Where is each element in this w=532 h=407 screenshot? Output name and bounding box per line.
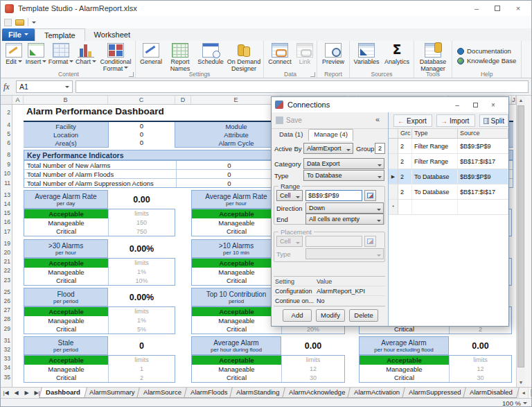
connection-row[interactable]: 2Filter Range$B$17:$I$17 <box>389 154 508 169</box>
sheet-tab-alarmfloods[interactable]: AlarmFloods <box>184 388 234 398</box>
row-header-8[interactable]: 8 <box>1 150 12 160</box>
grid-column-source[interactable]: Source <box>458 129 508 138</box>
modify-button[interactable]: Modify <box>316 309 345 322</box>
sheet-nav-previous-icon[interactable]: ◀ <box>11 388 21 398</box>
connection-row[interactable]: 2Filter Range$B$9:$P$9 <box>389 139 508 154</box>
column-header-B[interactable]: B <box>24 96 108 104</box>
direction-select[interactable]: Down <box>305 202 384 214</box>
group-input[interactable]: 2 <box>375 143 385 154</box>
grid-column-type[interactable]: Type <box>412 129 458 138</box>
row-header-17[interactable]: 17 <box>1 227 12 236</box>
row-header-16[interactable]: 16 <box>1 218 12 227</box>
save-icon[interactable] <box>4 19 12 26</box>
column-header-E[interactable]: E <box>191 96 281 104</box>
grid-column-group[interactable]: Grc <box>398 129 412 138</box>
row-header-26[interactable]: 26 <box>1 297 12 306</box>
general-button[interactable]: General <box>137 41 165 66</box>
knowledge-base-link[interactable]: Knowledge Base <box>454 57 520 64</box>
analytics-button[interactable]: Analytics <box>382 41 412 66</box>
v-scrollbar-thumb[interactable] <box>517 105 524 367</box>
column-header-C[interactable]: C <box>108 96 175 104</box>
column-header-D[interactable]: D <box>175 96 191 104</box>
horizontal-scrollbar[interactable]: ◂▸ <box>518 388 532 398</box>
row-header-5[interactable]: 5 <box>1 130 12 139</box>
sheet-tab-alarmsource[interactable]: AlarmSource <box>136 388 188 398</box>
row-header-32[interactable]: 32 <box>1 345 12 354</box>
edit-button[interactable]: Edit <box>3 41 24 66</box>
type-select[interactable]: To Database <box>303 170 384 181</box>
connections-dialog[interactable]: Connections – × Save « ←Export →Import S… <box>271 96 509 327</box>
split-button[interactable]: Split <box>479 114 508 127</box>
collapse-panel-icon[interactable]: « <box>375 115 380 123</box>
dialog-launcher-icon[interactable] <box>310 72 315 77</box>
row-header-15[interactable]: 15 <box>1 209 12 218</box>
delete-button[interactable]: Delete <box>349 309 378 322</box>
namebox-dropdown-icon[interactable] <box>65 86 69 90</box>
formula-input[interactable] <box>76 80 529 93</box>
dialog-maximize-button[interactable] <box>466 98 484 111</box>
row-header-22[interactable]: 22 <box>1 266 12 275</box>
cell-name-box[interactable]: A1 <box>16 80 73 93</box>
dialog-launcher-icon[interactable] <box>129 72 134 77</box>
select-all-corner[interactable] <box>1 96 12 104</box>
tab-data[interactable]: Data (1) <box>274 129 308 141</box>
documentation-link[interactable]: Documentation <box>454 47 520 55</box>
active-by-select[interactable]: AlarmExport <box>303 143 353 154</box>
row-header-14[interactable]: 14 <box>1 200 12 209</box>
sheet-tab-dashboard[interactable]: Dashboard <box>39 388 87 398</box>
maximize-button[interactable] <box>487 1 508 15</box>
import-button[interactable]: →Import <box>436 114 475 127</box>
minimize-button[interactable]: – <box>466 1 487 15</box>
sheet-tab-alarmstanding[interactable]: AlarmStanding <box>229 388 286 398</box>
row-header-29[interactable]: 29 <box>1 324 12 334</box>
tab-template[interactable]: Template <box>35 28 85 41</box>
on-demand-designer-button[interactable]: On Demand Designer <box>226 41 262 72</box>
export-button[interactable]: ←Export <box>393 114 432 127</box>
close-button[interactable]: × <box>508 1 529 15</box>
row-header-35[interactable]: 35 <box>1 372 12 382</box>
sheet-tab-alarmactivation[interactable]: AlarmActivation <box>347 388 407 398</box>
end-select[interactable]: All cells are empty <box>305 214 384 225</box>
row-header-4[interactable]: 4 <box>1 121 12 130</box>
row-header-23[interactable]: 23 <box>1 275 12 285</box>
filter-value[interactable]: 0 <box>109 130 175 139</box>
vertical-scrollbar[interactable]: ▲ ▼ <box>516 96 525 387</box>
variables-button[interactable]: Variables <box>351 41 382 66</box>
dialog-minimize-button[interactable]: – <box>448 98 466 111</box>
preview-button[interactable]: Preview <box>319 41 348 66</box>
row-header-33[interactable]: 33 <box>1 354 12 363</box>
row-header-13[interactable]: 13 <box>1 190 12 200</box>
row-header-20[interactable]: 20 <box>1 248 12 257</box>
h-scroll-left-icon[interactable]: ◂ <box>518 388 528 398</box>
row-header-31[interactable]: 31 <box>1 336 12 345</box>
column-header-A[interactable]: A <box>12 96 24 104</box>
filter-value[interactable]: 0 <box>109 122 175 130</box>
dialog-close-button[interactable]: × <box>484 98 502 111</box>
row-header-11[interactable]: 11 <box>1 178 12 188</box>
range-cell-select[interactable]: Cell <box>276 190 303 201</box>
sheet-nav-first-icon[interactable]: |◀ <box>1 388 11 398</box>
connect-button[interactable]: Connect <box>265 41 294 66</box>
row-header-6[interactable]: 6 <box>1 139 12 148</box>
category-select[interactable]: Data Export <box>303 158 384 169</box>
qat-customize-icon[interactable] <box>32 21 36 26</box>
sheet-nav-next-icon[interactable]: ▶ <box>21 388 32 398</box>
conditional-format-button[interactable]: Conditional Format <box>98 41 134 72</box>
sheet-tab-alarmacknowledge[interactable]: AlarmAcknowledge <box>282 388 352 398</box>
range-input[interactable]: $B$9:$P$9 <box>305 190 362 201</box>
tab-manage[interactable]: Manage (4) <box>308 129 353 141</box>
zoom-level[interactable]: 100 % <box>502 399 521 407</box>
scroll-up-icon[interactable]: ▲ <box>517 96 525 105</box>
row-header-25[interactable]: 25 <box>1 288 12 297</box>
filter-value[interactable]: 0 <box>109 139 175 147</box>
row-header-10[interactable]: 10 <box>1 169 12 178</box>
database-manager-button[interactable]: Database Manager <box>416 41 450 72</box>
file-menu-button[interactable]: File <box>2 28 35 41</box>
row-header-2[interactable]: 2 <box>1 106 12 119</box>
row-header-19[interactable]: 19 <box>1 239 12 248</box>
insert-button[interactable]: Insert <box>24 41 48 66</box>
connections-grid[interactable]: Grc Type Source 2Filter Range$B$9:$P$92F… <box>389 129 508 326</box>
h-scrollbar-track[interactable] <box>528 388 532 398</box>
sheet-tab-alarmsuppressed[interactable]: AlarmSuppressed <box>402 388 468 398</box>
sheet-tab-alarmdisabled[interactable]: AlarmDisabled <box>463 388 520 398</box>
